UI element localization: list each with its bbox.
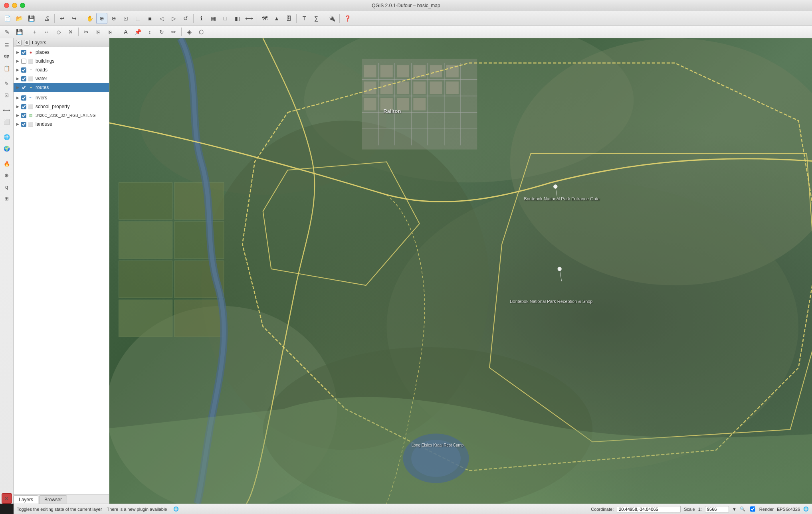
minimize-window-button[interactable] [12,3,17,8]
zoom-next-button[interactable]: ▷ [168,13,179,24]
measure-line-btn[interactable]: ⟷ [2,105,12,115]
zoom-selection-button[interactable]: ▣ [144,13,155,24]
layer-expand-places[interactable]: ▶ [15,50,20,55]
save-button[interactable]: 💾 [26,13,37,24]
layer-item-roads[interactable]: ▶ ━ roads [14,65,109,74]
redo-button[interactable]: ↪ [69,13,80,24]
plugin-manager-button[interactable]: 🔌 [326,13,337,24]
edit-toggle-button[interactable]: ✎ [2,26,13,38]
layer-panel-settings-icon[interactable]: ⚙ [24,40,30,45]
layer-item-landuse[interactable]: ▶ ⬜ landuse [14,120,109,128]
undo-button[interactable]: ↩ [57,13,68,24]
tab-browser[interactable]: Browser [39,495,67,504]
layer-item-routes[interactable]: ▶ ━ routes [14,83,109,92]
snapping-btn[interactable]: ⊡ [2,90,12,100]
globe-btn[interactable]: 🌐 [2,132,12,142]
layer-expand-buildings[interactable]: ▶ [15,59,20,63]
tab-layers[interactable]: Layers [14,495,38,504]
show-move-label-button[interactable]: ↕ [144,26,155,38]
deselect-button[interactable]: □ [220,13,231,24]
zoom-prev-button[interactable]: ◁ [156,13,167,24]
scale-input[interactable] [705,506,729,512]
open-button[interactable]: 📂 [14,13,25,24]
layer-expand-school-property[interactable]: ▶ [15,104,20,109]
label-button[interactable]: T [299,13,310,24]
layer-expand-raster[interactable]: ▶ [15,113,20,118]
layers-panel-toggle[interactable]: ☰ [2,40,12,50]
zoom-all-button[interactable]: ⊡ [120,13,131,24]
pin-labels-button[interactable]: 📌 [132,26,143,38]
qgis-btn[interactable]: q [2,182,12,192]
close-panel-btn[interactable]: ✕ [2,493,12,504]
layer-item-raster[interactable]: ▶ ▤ 3420C_2010_327_RGB_LATLNG [14,111,109,120]
layer-checkbox-raster[interactable] [21,113,26,118]
new-button[interactable]: 📄 [2,13,13,24]
layer-item-school-property[interactable]: ▶ ⬜ school_property [14,102,109,111]
node-tool-button[interactable]: ◇ [53,26,64,38]
digitize-btn[interactable]: ◈ [184,26,195,38]
layer-checkbox-water[interactable] [21,76,26,81]
log-messages-btn[interactable]: 📋 [2,63,12,73]
heatmap-btn[interactable]: 🔥 [2,158,12,169]
cut-features-button[interactable]: ✂ [81,26,92,38]
label-tool-button[interactable]: A [120,26,131,38]
layer-item-water[interactable]: ▶ ⬜ water [14,74,109,83]
layer-expand-roads[interactable]: ▶ [15,67,20,72]
layer-item-places[interactable]: ▶ ● places [14,48,109,57]
maximize-window-button[interactable] [20,3,25,8]
measure-area-btn[interactable]: ⬜ [2,117,12,127]
identify-button[interactable]: ℹ [196,13,207,24]
move-feature-button[interactable]: ↔ [41,26,52,38]
refresh-button[interactable]: ↺ [180,13,191,24]
layer-item-buildings[interactable]: ▶ ⬜ buildings [14,57,109,65]
field-calc-button[interactable]: ∑ [311,13,322,24]
copy-features-button[interactable]: ⎘ [93,26,104,38]
zoom-out-button[interactable]: ⊖ [108,13,119,24]
add-raster-button[interactable]: 🗺 [259,13,270,24]
rotate-label-button[interactable]: ↻ [156,26,167,38]
select-button[interactable]: ▦ [208,13,219,24]
content-area: ✕ ⚙ Layers ▶ ● places ▶ ⬜ buildings ▶ [14,38,812,504]
layer-checkbox-landuse[interactable] [21,122,26,127]
change-label-button[interactable]: ✏ [168,26,179,38]
layer-checkbox-school-property[interactable] [21,104,26,109]
delete-feature-button[interactable]: ✕ [65,26,76,38]
save-edits-button[interactable]: 💾 [14,26,25,38]
layer-expand-rivers[interactable]: ▶ [15,95,20,100]
layer-checkbox-roads[interactable] [21,67,26,73]
plugin-notice[interactable]: There is a new plugin available [107,507,167,512]
add-vector-button[interactable]: ▲ [271,13,282,24]
layer-panel-close-button[interactable]: ✕ [16,40,22,45]
layer-checkbox-buildings[interactable] [21,59,26,64]
zoom-layer-button[interactable]: ◫ [132,13,143,24]
overview-btn[interactable]: 🗺 [2,51,12,62]
layer-expand-landuse[interactable]: ▶ [15,122,20,127]
pan-button[interactable]: ✋ [84,13,95,24]
crs-icon[interactable]: 🌐 [803,506,809,512]
layer-expand-water[interactable]: ▶ [15,76,20,81]
paste-features-button[interactable]: ⎗ [105,26,116,38]
coordinate-capture-btn[interactable]: ⊕ [2,170,12,180]
measure-button[interactable]: ⟷ [244,13,255,24]
layer-item-rivers[interactable]: ▶ 〜 rivers [14,93,109,102]
coordinate-input[interactable] [617,506,681,512]
scale-dropdown-icon[interactable]: ▼ [732,507,737,512]
layer-checkbox-routes[interactable] [21,85,26,90]
world-map-btn[interactable]: 🌍 [2,143,12,154]
help-button[interactable]: ❓ [342,13,353,24]
add-feature-button[interactable]: + [29,26,40,38]
layer-checkbox-places[interactable] [21,50,26,55]
invert-button[interactable]: ◧ [232,13,243,24]
digitizing-btn[interactable]: ✎ [2,78,12,89]
print-button[interactable]: 🖨 [41,13,52,24]
layer-expand-routes[interactable]: ▶ [15,85,20,90]
render-checkbox[interactable] [750,506,755,512]
layer-panel-title: Layers [32,40,46,45]
add-db-button[interactable]: 🗄 [283,13,294,24]
zoom-in-button[interactable]: ⊕ [96,13,107,24]
close-window-button[interactable] [4,3,9,8]
georef-btn[interactable]: ⊞ [2,193,12,204]
map-area[interactable]: Railton Bontebok National Park Entrance … [109,38,812,504]
advanced-digitize-btn[interactable]: ⬡ [196,26,207,38]
layer-checkbox-rivers[interactable] [21,95,26,101]
